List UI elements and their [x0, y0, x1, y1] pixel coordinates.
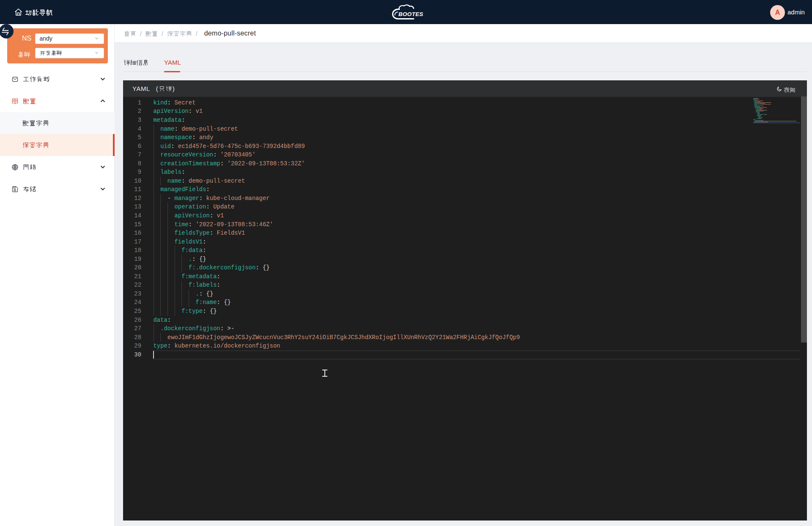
svg-text:BOOTES: BOOTES [398, 11, 423, 17]
